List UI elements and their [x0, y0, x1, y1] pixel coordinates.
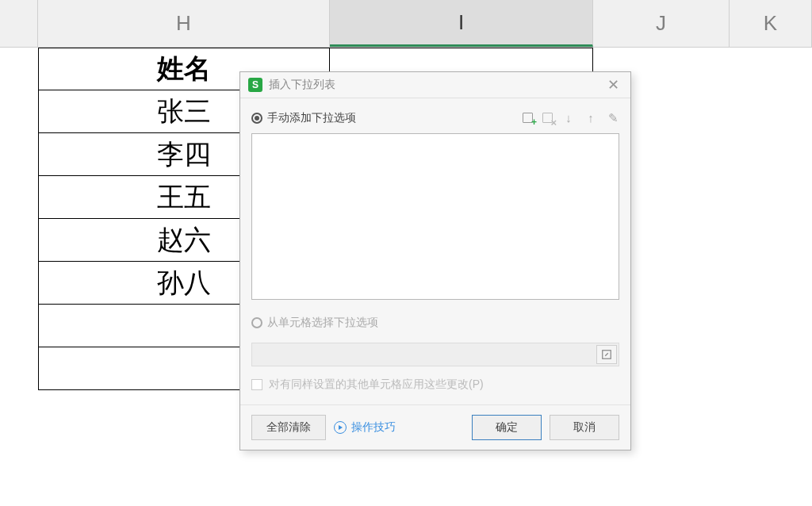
- apply-others-row[interactable]: 对有同样设置的其他单元格应用这些更改(P): [251, 378, 619, 392]
- range-input[interactable]: [251, 343, 619, 366]
- apply-others-label: 对有同样设置的其他单元格应用这些更改(P): [269, 378, 484, 392]
- add-item-icon[interactable]: [523, 113, 533, 123]
- close-icon[interactable]: ✕: [604, 76, 622, 94]
- dialog-footer: 全部清除 操作技巧 确定 取消: [240, 405, 630, 450]
- edit-item-icon[interactable]: ✎: [607, 112, 619, 125]
- tips-label: 操作技巧: [351, 420, 396, 435]
- column-header-row: H I J K: [0, 0, 812, 48]
- col-header-h[interactable]: H: [38, 0, 330, 47]
- radio-manual[interactable]: [251, 113, 262, 124]
- cancel-button[interactable]: 取消: [550, 415, 619, 440]
- move-up-icon[interactable]: ↑: [584, 112, 597, 125]
- dialog-body: 手动添加下拉选项 ↓ ↑ ✎ 从单元格选择下拉选项 对有同样设置的其他单元格应用…: [240, 98, 630, 405]
- dialog-titlebar[interactable]: S 插入下拉列表 ✕: [240, 72, 630, 98]
- option-manual-row[interactable]: 手动添加下拉选项 ↓ ↑ ✎: [251, 108, 619, 128]
- option-manual-label: 手动添加下拉选项: [267, 111, 523, 125]
- col-header-k[interactable]: K: [730, 0, 812, 47]
- dropdown-items-list[interactable]: [251, 133, 619, 300]
- move-down-icon[interactable]: ↓: [562, 112, 575, 125]
- col-header-j[interactable]: J: [593, 0, 730, 47]
- option-range-label: 从单元格选择下拉选项: [267, 316, 619, 330]
- col-header-i[interactable]: I: [330, 0, 593, 47]
- list-toolbar: ↓ ↑ ✎: [523, 112, 619, 125]
- insert-dropdown-dialog: S 插入下拉列表 ✕ 手动添加下拉选项 ↓ ↑ ✎ 从单元格选择下拉选项: [239, 71, 631, 450]
- apply-others-checkbox[interactable]: [251, 379, 262, 390]
- option-range-row[interactable]: 从单元格选择下拉选项: [251, 312, 619, 333]
- remove-item-icon[interactable]: [542, 113, 553, 123]
- radio-from-range[interactable]: [251, 317, 262, 328]
- header-edge: [0, 0, 38, 47]
- wps-spreadsheet-icon: S: [248, 78, 262, 92]
- tips-link[interactable]: 操作技巧: [334, 420, 396, 435]
- range-picker-icon[interactable]: [596, 345, 617, 364]
- clear-all-button[interactable]: 全部清除: [251, 415, 326, 440]
- play-icon: [334, 421, 347, 434]
- dialog-title: 插入下拉列表: [269, 78, 604, 92]
- ok-button[interactable]: 确定: [472, 415, 542, 440]
